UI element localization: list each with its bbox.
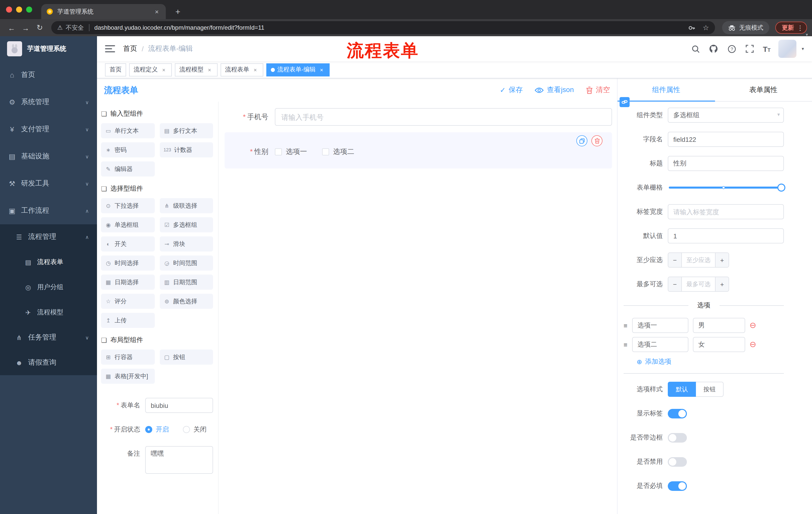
tag-process-model[interactable]: 流程模型 × [175, 63, 218, 76]
palette-item-time-picker[interactable]: ◷时间选择 [101, 255, 154, 271]
sidebar-item-workflow[interactable]: ▣ 工作流程 ∧ [0, 197, 97, 224]
checkbox-box[interactable] [322, 148, 329, 155]
palette-item-rate[interactable]: ☆评分 [101, 294, 154, 309]
palette-item-password[interactable]: ∗密码 [101, 142, 154, 157]
tag-close-icon[interactable]: × [252, 66, 259, 73]
sidebar-item-leave-query[interactable]: ☻ 请假查询 [0, 350, 97, 375]
zoom-window-button[interactable] [26, 6, 32, 12]
palette-item-color-picker[interactable]: ⊚颜色选择 [160, 294, 213, 309]
reload-button[interactable]: ↻ [33, 21, 46, 34]
sidebar-item-infra[interactable]: ▤ 基础设施 ∨ [0, 143, 97, 170]
palette-item-switch[interactable]: ◐开关 [101, 236, 154, 251]
stepper-plus-button[interactable]: + [715, 253, 729, 267]
gender-field[interactable]: *性别 选项一 选项二 [225, 147, 606, 156]
address-bar[interactable]: ⚠ 不安全 dashboard.yudao.iocoder.cn/bpm/man… [51, 21, 715, 34]
palette-item-counter[interactable]: 123计数器 [160, 142, 213, 157]
gender-option-1[interactable]: 选项一 [275, 147, 307, 156]
status-radio-off[interactable]: 关闭 [183, 425, 206, 434]
gender-option-2[interactable]: 选项二 [322, 147, 354, 156]
sidebar-item-home[interactable]: ⌂ 首页 [0, 61, 97, 88]
palette-item-checkbox-group[interactable]: ☑多选框组 [160, 217, 213, 232]
palette-item-upload[interactable]: ↥上传 [101, 313, 154, 328]
title-input[interactable] [668, 156, 784, 171]
style-button-button[interactable]: 按钮 [696, 382, 724, 397]
palette-item-slider[interactable]: ⊸滑块 [160, 236, 213, 251]
tag-close-icon[interactable]: × [206, 66, 213, 73]
form-name-input[interactable] [145, 398, 213, 413]
sidebar-item-devtools[interactable]: ⚒ 研发工具 ∨ [0, 170, 97, 197]
stepper-minus-button[interactable]: − [668, 277, 682, 291]
palette-item-row-container[interactable]: ⊞行容器 [101, 350, 154, 364]
palette-item-table[interactable]: ▦表格[开发中] [101, 369, 154, 384]
help-icon[interactable]: ? [727, 44, 736, 54]
max-select-placeholder[interactable]: 最多可选 [682, 277, 715, 291]
tab-form-props[interactable]: 表单属性 [715, 78, 812, 101]
palette-item-radio-group[interactable]: ◉单选框组 [101, 217, 154, 232]
required-toggle[interactable] [668, 481, 687, 491]
sidebar-item-payment[interactable]: ¥ 支付管理 ∨ [0, 116, 97, 143]
palette-item-button[interactable]: ▢按钮 [160, 350, 213, 364]
tag-process-form[interactable]: 流程表单 × [221, 63, 263, 76]
sidebar-logo[interactable]: 芋道管理系统 [0, 36, 97, 61]
tab-close-icon[interactable]: × [153, 8, 161, 15]
password-key-icon[interactable] [688, 24, 696, 31]
delete-component-button[interactable] [591, 135, 603, 146]
browser-update-button[interactable]: 更新 ⋮ [775, 22, 807, 34]
link-chip-icon[interactable] [619, 97, 630, 107]
sidebar-collapse-icon[interactable] [105, 44, 115, 54]
tag-close-icon[interactable]: × [160, 66, 167, 73]
search-icon[interactable] [690, 44, 700, 54]
bookmark-star-icon[interactable]: ☆ [703, 24, 709, 32]
option-2-label-input[interactable] [632, 337, 688, 352]
form-canvas[interactable]: *手机号 *性别 [219, 102, 617, 514]
remove-option-icon[interactable]: ⊖ [749, 321, 756, 329]
tag-close-icon[interactable]: × [318, 66, 325, 73]
sidebar-item-task-manage[interactable]: ⋔ 任务管理 ∨ [0, 325, 97, 350]
tag-home[interactable]: 首页 [105, 63, 126, 76]
disabled-toggle[interactable] [668, 457, 687, 466]
grid-slider[interactable] [669, 187, 782, 189]
copy-component-button[interactable] [576, 135, 587, 146]
sidebar-item-user-group[interactable]: ◎ 用户分组 [0, 275, 97, 300]
phone-input[interactable] [275, 108, 612, 126]
stepper-plus-button[interactable]: + [715, 277, 729, 291]
forward-button[interactable]: → [19, 21, 32, 34]
palette-item-date-picker[interactable]: ▦日期选择 [101, 275, 154, 290]
close-window-button[interactable] [6, 6, 12, 12]
github-icon[interactable] [708, 44, 719, 54]
default-value-input[interactable] [668, 228, 784, 243]
palette-item-multi-text[interactable]: ▤多行文本 [160, 123, 213, 138]
fullscreen-icon[interactable] [745, 44, 755, 54]
drag-handle-icon[interactable]: ≡ [624, 341, 627, 348]
field-name-input[interactable] [668, 132, 784, 147]
phone-field[interactable]: *手机号 [225, 108, 612, 126]
tag-process-definition[interactable]: 流程定义 × [129, 63, 172, 76]
sidebar-item-process-manage[interactable]: ☰ 流程管理 ∧ [0, 224, 97, 249]
min-select-placeholder[interactable]: 至少应选 [682, 253, 715, 267]
sidebar-item-process-form[interactable]: ▤ 流程表单 [0, 249, 97, 275]
option-1-value-input[interactable] [693, 318, 745, 333]
option-1-label-input[interactable] [632, 318, 688, 333]
palette-item-single-text[interactable]: ▭单行文本 [101, 123, 154, 138]
palette-item-select[interactable]: ⊙下拉选择 [101, 198, 154, 213]
view-json-button[interactable]: 查看json [535, 85, 574, 94]
component-type-select[interactable]: 多选框组 ▾ [668, 108, 784, 123]
minimize-window-button[interactable] [16, 6, 22, 12]
new-tab-button[interactable]: + [172, 7, 184, 17]
save-button[interactable]: ✓ 保存 [500, 85, 523, 94]
user-avatar[interactable] [779, 40, 797, 58]
slider-handle[interactable] [777, 184, 785, 192]
checkbox-box[interactable] [275, 148, 282, 155]
palette-item-editor[interactable]: ✎编辑器 [101, 161, 154, 177]
stepper-minus-button[interactable]: − [668, 253, 682, 267]
breadcrumb-home[interactable]: 首页 [123, 44, 137, 53]
palette-item-cascader[interactable]: ⋔级联选择 [160, 198, 213, 213]
browser-menu-icon[interactable]: ⋮ [797, 24, 804, 31]
sidebar-item-system[interactable]: ⚙ 系统管理 ∨ [0, 88, 97, 116]
remove-option-icon[interactable]: ⊖ [749, 341, 756, 349]
border-toggle[interactable] [668, 433, 687, 442]
option-2-value-input[interactable] [693, 337, 745, 352]
clear-button[interactable]: 清空 [586, 85, 610, 94]
status-radio-on[interactable]: 开启 [145, 425, 169, 434]
show-label-toggle[interactable] [668, 409, 687, 418]
